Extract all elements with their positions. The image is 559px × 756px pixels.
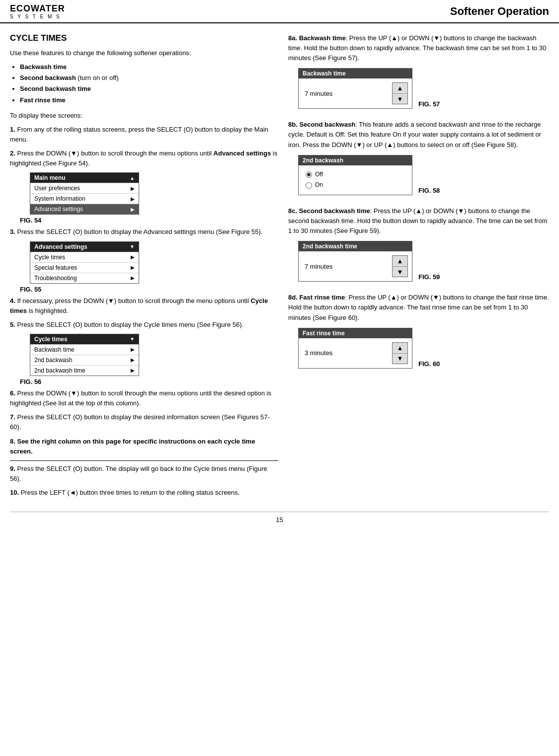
step-8-bold: See the right column on this page for sp… xyxy=(10,438,255,455)
menu-item-advanced-settings: Advanced settings ▶ xyxy=(30,204,139,214)
arrow-right-icon: ▶ xyxy=(131,347,135,352)
menu-item-special-features: Special features ▶ xyxy=(30,262,139,273)
fig-58-desc: 8b. Second backwash: This feature adds a… xyxy=(288,120,549,150)
radio-circle-on[interactable] xyxy=(306,182,312,189)
arrow-up-icon: ▼ xyxy=(130,244,135,249)
arrow-right-icon: ▶ xyxy=(131,275,135,281)
step-num: 6. xyxy=(10,389,15,397)
menu-header-fig54: Main menu ▲ xyxy=(30,173,139,183)
fig-59-title: Second backwash time xyxy=(299,207,370,215)
up-button-2nd-backwash-time[interactable]: ▲ xyxy=(392,255,408,266)
device-body-backwash: 7 minutes ▲ ▼ xyxy=(299,78,412,108)
fig-57-desc: 8a. Backwash time: Press the UP (▲) or D… xyxy=(288,33,549,63)
step-num: 1. xyxy=(10,126,15,133)
figure-54-container: Main menu ▲ User preferences ▶ System in… xyxy=(15,172,278,227)
step-5: 5. Press the SELECT (O) button to displa… xyxy=(10,320,278,330)
menu-item-label: System information xyxy=(34,195,85,202)
menu-item-label: Cycle times xyxy=(34,254,65,261)
step-3: 3. Press the SELECT (O) button to displa… xyxy=(10,227,278,237)
logo-bottom: S Y S T E M S xyxy=(10,14,65,19)
arrow-right-icon: ▶ xyxy=(131,254,135,260)
figure-56-container: Cycle times ▼ Backwash time ▶ 2nd backwa… xyxy=(15,334,278,388)
arrow-down-icon: ▼ xyxy=(130,336,135,342)
step-8: 8. See the right column on this page for… xyxy=(10,437,278,456)
step-num: 7. xyxy=(10,413,15,421)
section-title: CYCLE TIMES xyxy=(10,33,278,43)
bullet-bold: Second backwash xyxy=(20,74,76,81)
fig-step-label: 8d. xyxy=(288,294,298,301)
fig-60-display: Fast rinse time 3 minutes ▲ ▼ FIG. 60 xyxy=(288,326,549,371)
updown-control-backwash[interactable]: ▲ ▼ xyxy=(392,82,408,104)
menu-item-label: Special features xyxy=(34,264,77,271)
menu-item-2nd-backwash: 2nd backwash ▶ xyxy=(30,355,139,365)
device-body-fast-rinse: 3 minutes ▲ ▼ xyxy=(299,338,412,368)
step-num: 10. xyxy=(10,489,19,496)
divider xyxy=(10,460,278,461)
menu-header-label: Cycle times xyxy=(34,336,68,343)
list-item: Fast rinse time xyxy=(20,95,278,106)
display-prompt: To display these screens: xyxy=(10,111,278,121)
fig-55-label: FIG. 55 xyxy=(20,286,41,293)
logo-top: ECOWATER xyxy=(10,4,65,14)
fig-58-title: Second backwash xyxy=(299,121,355,128)
radio-label-on: On xyxy=(315,180,323,191)
menu-item-backwash-time: Backwash time ▶ xyxy=(30,344,139,355)
updown-control-2nd-backwash-time[interactable]: ▲ ▼ xyxy=(392,255,408,277)
page-header: ECOWATER S Y S T E M S Softener Operatio… xyxy=(0,0,559,23)
arrow-right-icon: ▶ xyxy=(131,368,135,373)
step-num: 2. xyxy=(10,150,15,157)
fig-60-desc: 8d. Fast rinse time: Press the UP (▲) or… xyxy=(288,293,549,322)
fig-57-label: FIG. 57 xyxy=(418,100,440,108)
step-10: 10. Press the LEFT (◄) button three time… xyxy=(10,488,278,498)
menu-item-2nd-backwash-time: 2nd backwash time ▶ xyxy=(30,365,139,376)
fig-58-display: 2nd backwash Off On FIG. 58 xyxy=(288,153,549,197)
list-item: Second backwash time xyxy=(20,83,278,94)
list-item: Backwash time xyxy=(20,62,278,73)
updown-control-fast-rinse[interactable]: ▲ ▼ xyxy=(392,342,408,364)
device-box-backwash: Backwash time 7 minutes ▲ ▼ xyxy=(298,68,412,109)
fig-step-label: 8a. xyxy=(288,34,297,42)
fig-57-display: Backwash time 7 minutes ▲ ▼ FIG. 57 xyxy=(288,66,549,111)
list-item: Second backwash (turn on or off) xyxy=(20,73,278,83)
arrow-right-icon: ▶ xyxy=(131,196,135,202)
radio-item-off[interactable]: Off xyxy=(306,169,408,180)
page-number: 15 xyxy=(10,512,549,526)
fast-rinse-value: 3 minutes xyxy=(305,349,332,357)
bullet-bold: Second backwash time xyxy=(20,85,91,92)
fig-60-title: Fast rinse time xyxy=(299,294,345,301)
step-4: 4. If necessary, press the DOWN (▼) butt… xyxy=(10,296,278,316)
down-button-backwash[interactable]: ▼ xyxy=(392,93,408,104)
menu-item-system-info: System information ▶ xyxy=(30,193,139,204)
step-9: 9. Press the SELECT (O) button. The disp… xyxy=(10,464,278,484)
down-button-2nd-backwash-time[interactable]: ▼ xyxy=(392,266,408,277)
device-box-fast-rinse: Fast rinse time 3 minutes ▲ ▼ xyxy=(298,328,412,369)
down-button-fast-rinse[interactable]: ▼ xyxy=(392,353,408,364)
menu-item-label: User preferences xyxy=(34,185,80,192)
fig-step-label: 8b. xyxy=(288,121,298,128)
step-num: 3. xyxy=(10,228,15,235)
menu-header-fig56: Cycle times ▼ xyxy=(30,334,139,344)
menu-item-label: Backwash time xyxy=(34,346,75,353)
menu-box-fig55: Advanced settings ▼ Cycle times ▶ Specia… xyxy=(30,241,139,284)
step-7: 7. Press the SELECT (O) button to displa… xyxy=(10,412,278,432)
left-column: CYCLE TIMES Use these features to change… xyxy=(10,33,278,502)
fig-59-display: 2nd backwash time 7 minutes ▲ ▼ FIG. 59 xyxy=(288,239,549,284)
figure-section-59: 8c. Second backwash time: Press the UP (… xyxy=(288,206,549,284)
device-box-2nd-backwash: 2nd backwash Off On xyxy=(298,155,412,195)
fig-step-label: 8c. xyxy=(288,207,297,215)
arrow-right-icon: ▶ xyxy=(131,357,135,363)
menu-item-cycle-times: Cycle times ▶ xyxy=(30,252,139,262)
radio-item-on[interactable]: On xyxy=(306,180,408,191)
intro-text: Use these features to change the followi… xyxy=(10,48,278,58)
up-button-fast-rinse[interactable]: ▲ xyxy=(392,342,408,353)
up-button-backwash[interactable]: ▲ xyxy=(392,82,408,93)
menu-item-label: 2nd backwash xyxy=(34,357,73,364)
radio-circle-off[interactable] xyxy=(306,171,312,178)
menu-box-fig56: Cycle times ▼ Backwash time ▶ 2nd backwa… xyxy=(30,334,139,376)
2nd-backwash-time-value: 7 minutes xyxy=(305,263,332,270)
menu-item-user-prefs: User preferences ▶ xyxy=(30,183,139,193)
fig-59-label: FIG. 59 xyxy=(418,273,440,281)
step-num: 8. xyxy=(10,438,15,445)
menu-header-fig55: Advanced settings ▼ xyxy=(30,242,139,252)
device-header-2nd-backwash-time: 2nd backwash time xyxy=(299,241,412,251)
